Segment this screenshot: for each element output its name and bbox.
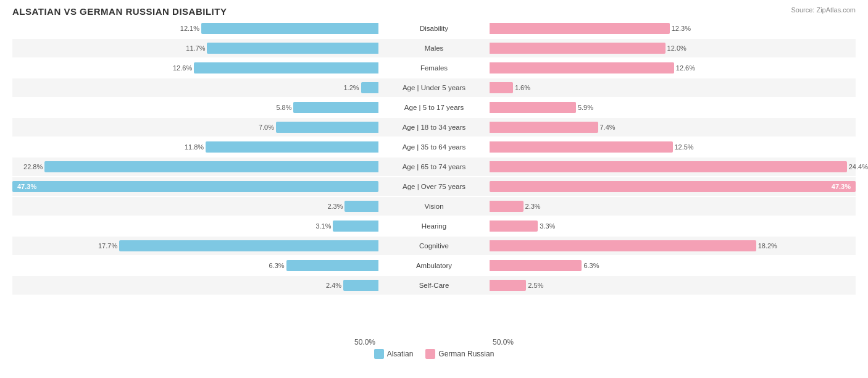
bar-row: 12.6%Females12.6% [12,59,856,77]
bar-right-value: 24.4% [849,163,868,170]
bar-right-side: 1.6% [490,78,856,97]
bar-row: 6.3%Ambulatory6.3% [12,256,856,275]
bar-right-full: 47.3% [490,181,856,192]
bar-left [194,62,378,74]
axis-left: 50.0% [12,338,378,346]
bar-right-value: 18.2% [758,242,777,250]
bar-left [293,102,378,113]
bar-left-side: 7.0% [12,118,378,136]
bar-right-side: 12.3% [490,19,856,38]
bar-left-value: 6.3% [269,262,285,269]
bar-left [343,280,378,291]
bar-right [490,280,526,291]
bar-center-label: Age | Over 75 years [378,183,490,190]
bar-center-label: Age | 18 to 34 years [378,124,490,131]
bar-right-side: 5.9% [490,98,856,117]
bar-left-value: 7.0% [259,124,274,131]
bar-right-value: 7.4% [599,124,615,131]
chart-container: ALSATIAN VS GERMAN RUSSIAN DISABILITY So… [0,0,868,378]
bar-right-value: 2.5% [528,282,543,289]
german-russian-legend-label: German Russian [438,350,494,358]
bar-right [490,122,598,133]
bar-left [206,141,378,153]
bar-right-value: 6.3% [583,262,599,269]
bar-right [490,43,666,54]
bar-left-side: 11.8% [12,138,378,156]
bar-right-value: 1.6% [515,84,530,91]
bar-right-side: 2.5% [490,276,856,295]
axis-right: 50.0% [490,338,856,346]
bar-left-value: 2.3% [327,203,343,210]
bar-left-side: 11.7% [12,39,378,57]
bar-right [490,82,513,93]
bar-row: 17.7%Cognitive18.2% [12,237,856,255]
chart-area: 12.1%Disability12.3%11.7%Males12.0%12.6%… [12,19,856,335]
legend-item-alsatian: Alsatian [374,349,414,359]
bar-center-label: Age | 65 to 74 years [378,163,490,170]
legend-item-german-russian: German Russian [425,349,494,359]
bar-left [361,82,378,93]
bar-right-value: 2.3% [525,203,541,210]
bar-right [490,161,847,172]
source-text: Source: ZipAtlas.com [791,6,856,14]
bar-right-side: 12.0% [490,39,856,57]
bar-right-value: 3.3% [540,222,555,230]
bar-right [490,62,674,74]
bar-right-side: 24.4% [490,158,856,176]
bar-left-full: 47.3% [12,181,378,192]
bar-right-value: 47.3% [832,183,851,190]
legend: Alsatian German Russian [12,349,856,359]
bar-row: 1.2%Age | Under 5 years1.6% [12,78,856,97]
german-russian-legend-box [425,349,435,359]
alsatian-legend-label: Alsatian [387,350,414,358]
bar-left-value: 1.2% [344,84,359,91]
bar-row: 5.8%Age | 5 to 17 years5.9% [12,98,856,117]
bar-row: 11.7%Males12.0% [12,39,856,57]
bar-row: 12.1%Disability12.3% [12,19,856,38]
bar-right-value: 12.6% [676,64,695,72]
bar-center-label: Males [378,44,490,52]
bar-right [490,102,576,113]
bar-right [490,23,670,34]
bar-right-side: 7.4% [490,118,856,136]
bar-center-label: Age | 5 to 17 years [378,104,490,111]
bar-row: 7.0%Age | 18 to 34 years7.4% [12,118,856,136]
bar-row: 11.8%Age | 35 to 64 years12.5% [12,138,856,156]
bar-row: 2.3%Vision2.3% [12,197,856,216]
bar-left-side: 2.4% [12,276,378,295]
bar-center-label: Vision [378,203,490,210]
bar-left-value: 3.1% [315,222,331,230]
bar-right-value: 5.9% [578,104,593,111]
bar-right-side: 6.3% [490,256,856,275]
bar-center-label: Age | 35 to 64 years [378,143,490,151]
bar-right-side: 18.2% [490,237,856,255]
bar-row: 2.4%Self-Care2.5% [12,276,856,295]
bar-right-side: 2.3% [490,197,856,216]
alsatian-legend-box [374,349,384,359]
bar-left-value: 12.1% [180,25,199,32]
bar-right [490,141,673,153]
bar-center-label: Age | Under 5 years [378,84,490,91]
bar-row: 47.3%Age | Over 75 years47.3% [12,177,856,196]
bar-right-side: 3.3% [490,217,856,235]
bar-left-side: 12.6% [12,59,378,77]
bar-left-value: 47.3% [17,183,36,190]
bar-right [490,260,582,271]
bar-left-value: 17.7% [98,242,117,250]
bar-row: 22.8%Age | 65 to 74 years24.4% [12,158,856,176]
bar-left [207,43,378,54]
bar-center-label: Hearing [378,222,490,230]
bar-left-side: 22.8% [12,158,378,176]
bar-left-side: 5.8% [12,98,378,117]
bar-right [490,201,524,212]
bar-left [119,240,378,251]
bar-left [344,201,378,212]
bar-right-value: 12.3% [672,25,691,32]
bar-left [333,220,378,232]
axis-row: 50.0% 50.0% [12,338,856,346]
bar-left-side: 3.1% [12,217,378,235]
bar-left [44,161,378,172]
bar-left-value: 22.8% [23,163,43,170]
bar-center-label: Self-Care [378,282,490,289]
bar-left-side: 1.2% [12,78,378,97]
